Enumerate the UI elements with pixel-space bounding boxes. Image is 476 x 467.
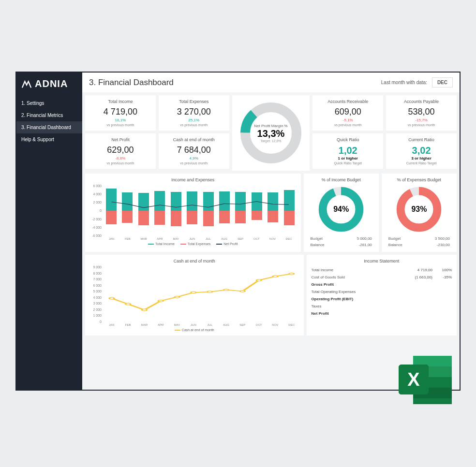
kpi-accounts-receivable: Accounts Receivable 609,00 -5,1% vs prev…: [312, 95, 383, 131]
legend: Cash at end of month: [89, 328, 300, 332]
balance-val: -281,00: [359, 243, 372, 247]
kpi-accounts-payable: Accounts Payable 538,00 -15,7% vs previo…: [386, 95, 457, 131]
svg-point-9: [158, 300, 163, 302]
line-plot: [104, 265, 300, 323]
nav-item-metrics[interactable]: 2. Financial Metrics: [16, 109, 82, 121]
kpi-change: -8,8%: [88, 156, 153, 161]
bottom-row: Cash at end of month 9 0008 0007 0006 00…: [85, 255, 457, 336]
balance-label: Balance: [311, 243, 325, 247]
x-axis: JANFEBMARAPRMAYJUNJULAUGSEPOCTNOVDEC: [89, 237, 297, 240]
stmt-row: Gross Profit: [312, 281, 452, 288]
y-axis: 9 0008 0007 0006 0005 0004 0003 0002 000…: [89, 265, 104, 323]
kpi-title: Quick Ratio: [315, 137, 380, 142]
nav-item-help[interactable]: Help & Support: [16, 133, 82, 146]
balance-label: Balance: [388, 243, 402, 247]
budget-pct: 93%: [411, 205, 427, 214]
svg-point-6: [109, 297, 114, 299]
app-window: ADNIA 1. Settings 2. Financial Metrics 3…: [15, 72, 461, 391]
kpi-quick-ratio: Quick Ratio 1,02 1 or higher Quick Ratio…: [312, 133, 383, 169]
main-panel: 3. Financial Dashboard Last month with d…: [82, 73, 460, 390]
legend: Total Income Total Expenses Net Profit: [89, 242, 297, 246]
kpi-cash-eom: Cash at end of month 7 684,00 4,9% vs pr…: [159, 133, 229, 169]
kpi-value: 629,00: [88, 145, 153, 155]
kpi-row: Total Income 4 719,00 16,1% vs previous …: [85, 95, 457, 171]
nav-item-settings[interactable]: 1. Settings: [16, 97, 82, 109]
excel-icon: X: [394, 351, 457, 409]
stmt-row: Total Operating Expenses: [312, 288, 452, 295]
budget-label: Budget: [388, 236, 401, 241]
kpi-sub: vs previous month: [315, 123, 380, 127]
x-axis: JANFEBMARAPRMAYJUNJULAUGSEPOCTNOVDEC: [89, 323, 300, 326]
y-axis: 6 0004 0002 0000-2 000-4 000-6 000: [89, 184, 104, 237]
kpi-value: 538,00: [389, 107, 454, 117]
svg-point-15: [256, 279, 261, 281]
kpi-title: Cash at end of month: [162, 137, 226, 142]
kpi-value: 4 719,00: [88, 107, 153, 117]
kpi-title: Total Income: [88, 99, 153, 104]
brand: ADNIA: [16, 73, 82, 97]
expenses-budget-card: % of Expenses Budget 93% Budget3 500,00 …: [382, 174, 457, 252]
balance-val: -230,00: [437, 243, 450, 247]
kpi-total-expenses: Total Expenses 3 270,00 25,1% vs previou…: [159, 95, 229, 131]
chart-title: Income and Expenses: [89, 177, 297, 182]
kpi-title: Total Expenses: [162, 99, 226, 104]
nav-item-dashboard[interactable]: 3. Financial Dashboard: [16, 121, 82, 133]
kpi-sub: vs previous month: [162, 123, 226, 127]
kpi-sub: Current Ratio Target: [389, 161, 454, 165]
brand-text: ADNIA: [35, 78, 68, 89]
svg-point-13: [223, 289, 228, 291]
cash-chart: Cash at end of month 9 0008 0007 0006 00…: [85, 255, 304, 336]
stmt-row: Net Profit: [312, 310, 452, 317]
kpi-value: 7 684,00: [162, 145, 226, 155]
kpi-value: 3,02: [389, 145, 454, 156]
chart-title: Cash at end of month: [89, 259, 300, 263]
income-statement: Income Statement Total Income4 719,00100…: [307, 255, 457, 336]
budget-val: 5 000,00: [357, 236, 372, 241]
kpi-sub: vs previous month: [389, 123, 454, 127]
kpi-title: Net Profit: [88, 137, 153, 142]
header: 3. Financial Dashboard Last month with d…: [82, 73, 460, 92]
dashboard-grid: Total Income 4 719,00 16,1% vs previous …: [82, 92, 460, 390]
income-expenses-chart: Income and Expenses 6 0004 0002 0000-2 0…: [85, 174, 301, 252]
legend-expenses: Total Expenses: [180, 242, 210, 246]
last-month-label: Last month with data:: [381, 80, 427, 85]
stmt-row: Total Income4 719,00100%: [312, 266, 452, 274]
kpi-change: -5,1%: [315, 118, 380, 122]
kpi-change: 25,1%: [162, 118, 226, 122]
npm-title: Net Profit Margin %: [254, 124, 287, 128]
svg-point-11: [191, 292, 196, 293]
kpi-value: 1,02: [315, 145, 380, 156]
kpi-target: 3 or higher: [389, 156, 454, 161]
kpi-change: 4,9%: [162, 156, 226, 161]
kpi-change: 16,1%: [88, 118, 153, 122]
kpi-sub: vs previous month: [162, 161, 226, 165]
month-selector[interactable]: DEC: [432, 77, 453, 88]
svg-point-12: [208, 291, 212, 293]
svg-point-16: [273, 276, 278, 277]
stmt-row: Cost of Goods Sold(1 663,00)-35%: [312, 274, 452, 281]
kpi-change: -15,7%: [389, 118, 454, 122]
kpi-title: Current Ratio: [389, 137, 454, 142]
svg-point-10: [175, 296, 179, 298]
kpi-target: 1 or higher: [315, 156, 380, 161]
bar-plot: [104, 184, 297, 237]
sidebar: ADNIA 1. Settings 2. Financial Metrics 3…: [16, 73, 82, 390]
page-title: 3. Financial Dashboard: [89, 78, 174, 88]
kpi-total-income: Total Income 4 719,00 16,1% vs previous …: [85, 95, 156, 131]
budget-title: % of Income Budget: [307, 177, 376, 182]
npm-value: 13,3%: [254, 128, 287, 139]
svg-point-14: [240, 291, 245, 292]
stmt-title: Income Statement: [312, 259, 452, 263]
kpi-value: 609,00: [315, 107, 380, 117]
kpi-current-ratio: Current Ratio 3,02 3 or higher Current R…: [386, 133, 457, 169]
kpi-sub: Quick Ratio Target: [315, 161, 380, 165]
legend-netprofit: Net Profit: [216, 242, 238, 246]
stmt-row: Operating Profit (EBIT): [312, 295, 452, 303]
kpi-sub: vs previous month: [88, 123, 153, 127]
income-budget-card: % of Income Budget 94% Budget5 000,00 Ba…: [304, 174, 379, 252]
svg-point-8: [142, 309, 147, 311]
budget-label: Budget: [311, 236, 323, 241]
kpi-value: 3 270,00: [162, 107, 226, 117]
logo-icon: [21, 79, 32, 89]
middle-row: Income and Expenses 6 0004 0002 0000-2 0…: [85, 174, 457, 252]
